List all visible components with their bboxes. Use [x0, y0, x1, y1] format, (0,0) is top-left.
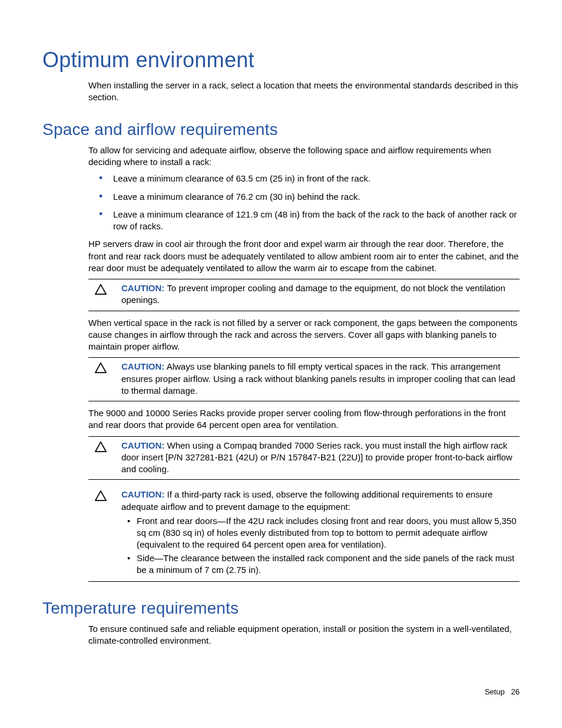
heading-optimum-environment: Optimum environment: [42, 46, 520, 75]
footer-page-number: 26: [511, 687, 520, 696]
page-footer: Setup 26: [485, 687, 520, 697]
caution-ventilation: CAUTION: To prevent improper cooling and…: [88, 279, 520, 311]
heading-temperature: Temperature requirements: [42, 597, 520, 620]
caution-text: When using a Compaq branded 7000 Series …: [121, 440, 513, 475]
caution-icon: [88, 489, 113, 577]
clearance-list: Leave a minimum clearance of 63.5 cm (25…: [88, 173, 520, 232]
list-item: Leave a minimum clearance of 63.5 cm (25…: [88, 173, 520, 185]
caution-label: CAUTION:: [121, 440, 164, 450]
caution-blanking: CAUTION: Always use blanking panels to f…: [88, 357, 520, 401]
caution-icon: [88, 282, 113, 307]
list-item: Leave a minimum clearance of 76.2 cm (30…: [88, 191, 520, 203]
warning-triangle-icon: [94, 284, 107, 295]
footer-section: Setup: [485, 687, 505, 696]
caution-content: CAUTION: Always use blanking panels to f…: [121, 361, 520, 397]
intro-block: When installing the server in a rack, se…: [88, 80, 520, 104]
caution-icon: [88, 440, 113, 476]
intro-paragraph: When installing the server in a rack, se…: [88, 80, 520, 104]
temperature-paragraph: To ensure continued safe and reliable eq…: [88, 623, 520, 647]
caution-compaq: CAUTION: When using a Compaq branded 700…: [88, 436, 520, 480]
temperature-block: To ensure continued safe and reliable eq…: [88, 623, 520, 647]
space-airflow-block: To allow for servicing and adequate airf…: [88, 144, 520, 582]
list-item: Front and rear doors—If the 42U rack inc…: [121, 515, 520, 551]
blanking-paragraph: When vertical space in the rack is not f…: [88, 317, 520, 353]
heading-space-airflow: Space and airflow requirements: [42, 118, 520, 141]
caution-sublist: Front and rear doors—If the 42U rack inc…: [121, 515, 520, 576]
caution-text: To prevent improper cooling and damage t…: [121, 283, 505, 305]
caution-content: CAUTION: To prevent improper cooling and…: [121, 282, 520, 307]
document-page: Optimum environment When installing the …: [0, 0, 562, 728]
caution-icon: [88, 361, 113, 397]
caution-label: CAUTION:: [121, 361, 164, 371]
caution-text: If a third-party rack is used, observe t…: [121, 489, 492, 511]
warning-triangle-icon: [94, 441, 107, 453]
racks-paragraph: The 9000 and 10000 Series Racks provide …: [88, 407, 520, 431]
warning-triangle-icon: [94, 362, 107, 374]
list-item: Side—The clearance between the installed…: [121, 552, 520, 577]
caution-content: CAUTION: When using a Compaq branded 700…: [121, 440, 520, 476]
caution-text: Always use blanking panels to fill empty…: [121, 361, 515, 396]
caution-label: CAUTION:: [121, 489, 164, 499]
list-item: Leave a minimum clearance of 121.9 cm (4…: [88, 209, 520, 233]
space-lead: To allow for servicing and adequate airf…: [88, 144, 520, 169]
caution-label: CAUTION:: [121, 283, 164, 293]
caution-thirdparty: CAUTION: If a third-party rack is used, …: [88, 486, 520, 582]
airflow-paragraph: HP servers draw in cool air through the …: [88, 238, 520, 274]
warning-triangle-icon: [94, 490, 107, 502]
caution-content: CAUTION: If a third-party rack is used, …: [121, 489, 520, 577]
